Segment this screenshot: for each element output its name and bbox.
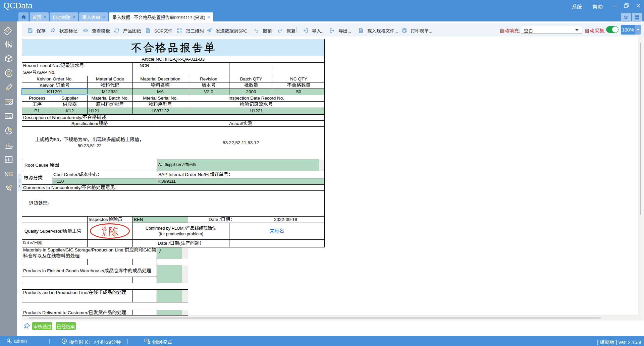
svg-text:G: G [9,171,13,177]
svg-text:CPK: CPK [10,146,13,148]
svg-text:N: N [4,171,8,177]
svg-text:SOP: SOP [147,30,149,32]
